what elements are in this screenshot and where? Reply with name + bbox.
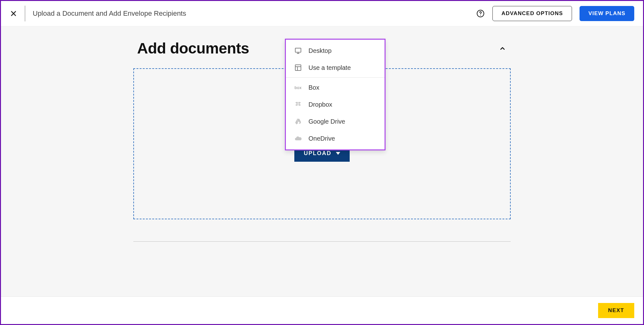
add-documents-panel: Add documents Drop UPLOAD [133,37,511,242]
footer-bar: NEXT [1,296,643,324]
menu-item-desktop[interactable]: Desktop [286,42,385,59]
template-icon [294,64,302,72]
page-title: Upload a Document and Add Envelope Recip… [33,9,469,18]
google-drive-icon [294,117,302,126]
menu-item-dropbox[interactable]: Dropbox [286,96,385,113]
next-button[interactable]: NEXT [598,303,634,318]
section-title: Add documents [137,40,249,57]
desktop-icon [294,47,302,55]
menu-item-template[interactable]: Use a template [286,59,385,76]
menu-item-label: Dropbox [308,101,332,108]
menu-item-label: OneDrive [308,135,335,142]
header-divider [25,6,25,21]
document-dropzone[interactable]: Drop UPLOAD Desktop [133,68,511,219]
menu-item-label: Google Drive [308,118,345,125]
menu-item-onedrive[interactable]: OneDrive [286,130,385,147]
svg-point-3 [480,15,481,15]
menu-item-label: Box [308,84,319,91]
section-divider [133,241,511,242]
upload-source-menu: Desktop Use a template box Box [285,39,386,150]
svg-marker-11 [298,102,301,104]
box-icon: box [294,83,302,92]
view-plans-button[interactable]: VIEW PLANS [580,6,634,21]
advanced-options-button[interactable]: ADVANCED OPTIONS [492,6,572,21]
menu-separator [286,77,385,78]
menu-item-label: Desktop [308,47,331,54]
upload-button-label: UPLOAD [304,150,331,157]
onedrive-icon [294,134,302,143]
menu-item-box[interactable]: box Box [286,79,385,96]
content-area: Add documents Drop UPLOAD [1,26,643,296]
close-icon[interactable] [10,10,17,17]
svg-marker-10 [295,102,298,104]
help-icon[interactable] [476,9,485,18]
caret-down-icon [336,152,340,155]
menu-item-label: Use a template [308,64,351,71]
dropbox-icon [294,100,302,109]
svg-marker-13 [298,104,301,106]
svg-marker-12 [295,104,298,106]
svg-rect-7 [295,65,301,70]
chevron-up-icon[interactable] [498,44,507,53]
header-bar: Upload a Document and Add Envelope Recip… [1,1,643,26]
svg-rect-4 [295,48,301,52]
menu-item-google-drive[interactable]: Google Drive [286,113,385,130]
